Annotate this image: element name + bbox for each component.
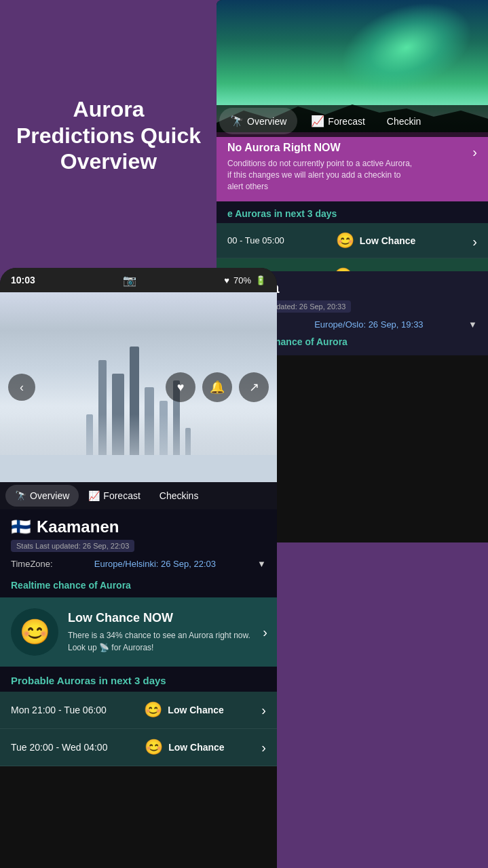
overview-icon: 🔭 <box>230 115 244 127</box>
forecast-icon: 📈 <box>311 115 324 127</box>
tab-overview-right[interactable]: 🔭 Overview <box>219 108 297 134</box>
winter-fog <box>0 414 277 455</box>
notify-button[interactable]: 🔔 <box>202 372 232 402</box>
alta-probable-title: e Auroras in next 3 days <box>227 208 477 219</box>
kaamanen-section: 🇫🇮 Kaamanen Stats Last updated: 26 Sep, … <box>0 509 277 576</box>
low-chance-desc: There is a 34% chance to see an Aurora r… <box>68 629 266 654</box>
kaamanen-realtime: Realtime chance of Aurora <box>0 576 277 597</box>
kaamanen-chevron-1: › <box>261 703 266 718</box>
favorite-button[interactable]: ♥ <box>166 372 195 402</box>
bottom-left-panel: 10:03 📷 ♥ 70% 🔋 ‹ ♥ 🔔 ↗ <box>0 268 277 868</box>
winter-ground <box>0 455 277 482</box>
kaamanen-forecast-chance-1: 😊 Low Chance <box>144 701 223 719</box>
low-chance-smiley: 😊 <box>11 608 58 656</box>
phone-forecast-icon: 📈 <box>88 490 100 501</box>
phone-tab-checkins[interactable]: Checkins <box>150 485 208 507</box>
kaamanen-name: 🇫🇮 Kaamanen <box>11 517 266 536</box>
tab-checkin-right[interactable]: Checkin <box>376 105 432 137</box>
smiley-1: 😊 <box>336 232 354 250</box>
kaamanen-smiley-2: 😊 <box>145 738 163 756</box>
kaamanen-stats: Stats Last updated: 26 Sep, 22:03 <box>11 540 134 552</box>
app-title: Aurora Predictions Quick Overview <box>0 83 217 188</box>
bottom-right-bg <box>271 529 488 868</box>
winter-scene: ‹ ♥ 🔔 ↗ <box>0 292 277 482</box>
low-chance-title: Low Chance NOW <box>68 611 266 625</box>
probable-bottom: Probable Auroras in next 3 days <box>0 667 277 692</box>
kaamanen-dropdown[interactable]: ▼ <box>257 559 266 569</box>
img-action-btns: ♥ 🔔 ↗ <box>166 372 269 402</box>
no-aurora-desc: Conditions do not currently point to a a… <box>227 158 417 192</box>
kaamanen-forecast-chance-2: 😊 Low Chance <box>145 738 224 756</box>
no-aurora-title: No Aurora Right NOW <box>227 142 417 154</box>
kaamanen-forecast-row-1[interactable]: Mon 21:00 - Tue 06:00 😊 Low Chance › <box>0 692 277 729</box>
kaamanen-forecast-time-2: Tue 20:00 - Wed 04:00 <box>11 742 107 753</box>
left-panel: Aurora Predictions Quick Overview <box>0 0 217 271</box>
no-aurora-chevron: › <box>472 144 477 160</box>
phone-tab-overview[interactable]: 🔭 Overview <box>5 485 79 507</box>
alta-forecast-row-1[interactable]: 00 - Tue 05:00 😊 Low Chance › <box>217 223 488 258</box>
tab-forecast-right[interactable]: 📈 Forecast <box>300 105 375 137</box>
status-bar: 10:03 📷 ♥ 70% 🔋 <box>0 268 277 292</box>
forecast-chance-1: 😊 Low Chance <box>336 232 415 250</box>
kaamanen-forecast-row-2[interactable]: Tue 20:00 - Wed 04:00 😊 Low Chance › <box>0 729 277 766</box>
forecast-time-1: 00 - Tue 05:00 <box>227 235 284 245</box>
status-camera: 📷 <box>123 274 136 287</box>
status-icons: ♥ 70% 🔋 <box>224 275 266 285</box>
low-chance-card[interactable]: 😊 Low Chance NOW There is a 34% chance t… <box>0 597 277 667</box>
forecast-chevron-1: › <box>472 234 477 250</box>
battery-icon: 🔋 <box>255 275 266 285</box>
low-chance-content: Low Chance NOW There is a 34% chance to … <box>68 611 266 654</box>
phone-tabs: 🔭 Overview 📈 Forecast Checkins <box>0 482 277 509</box>
status-time: 10:03 <box>11 275 35 285</box>
low-chance-chevron: › <box>263 625 267 640</box>
no-aurora-card[interactable]: No Aurora Right NOW Conditions do not cu… <box>217 132 488 201</box>
aurora-glow <box>329 0 485 109</box>
kaamanen-tz: TimeZone: Europe/Helsinki: 26 Sep, 22:03… <box>11 559 266 576</box>
finland-flag: 🇫🇮 <box>11 517 31 536</box>
dropdown-icon[interactable]: ▼ <box>468 319 477 330</box>
kaamanen-smiley-1: 😊 <box>144 701 162 719</box>
wifi-icon: ♥ <box>224 275 229 285</box>
phone-overview-icon: 🔭 <box>15 490 26 501</box>
no-aurora-content: No Aurora Right NOW Conditions do not cu… <box>227 142 417 192</box>
kaamanen-chevron-2: › <box>261 740 266 755</box>
back-button[interactable]: ‹ <box>8 374 35 401</box>
right-tabs-bar: 🔭 Overview 📈 Forecast Checkin <box>217 105 488 137</box>
alta-probable-section: e Auroras in next 3 days <box>217 201 488 223</box>
share-button[interactable]: ↗ <box>239 372 269 402</box>
phone-tab-forecast[interactable]: 📈 Forecast <box>79 485 149 507</box>
probable-bottom-title: Probable Auroras in next 3 days <box>11 675 266 686</box>
img-controls: ‹ <box>8 374 35 401</box>
kaamanen-forecast-time-1: Mon 21:00 - Tue 06:00 <box>11 705 107 715</box>
